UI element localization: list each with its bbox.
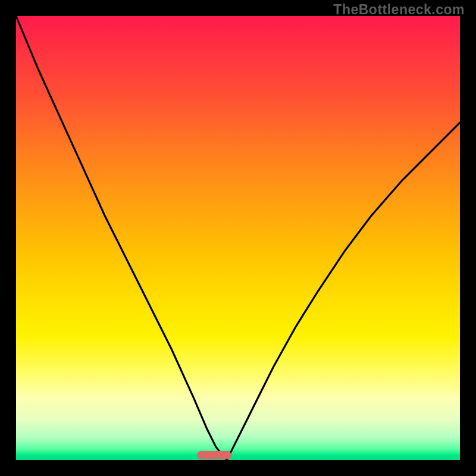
outer-frame: TheBottleneck.com <box>0 0 476 476</box>
watermark-text: TheBottleneck.com <box>333 2 465 18</box>
left-curve <box>16 16 227 460</box>
minimum-marker <box>197 451 231 459</box>
curves-svg <box>0 0 476 476</box>
right-curve <box>227 123 460 460</box>
